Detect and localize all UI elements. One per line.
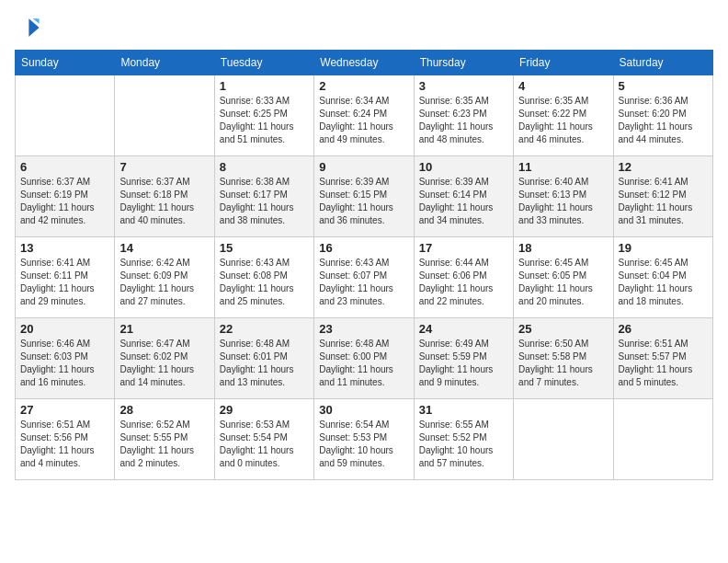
day-cell: 1Sunrise: 6:33 AMSunset: 6:25 PMDaylight… (214, 75, 313, 156)
week-row-2: 6Sunrise: 6:37 AMSunset: 6:19 PMDaylight… (16, 156, 713, 237)
day-cell: 26Sunrise: 6:51 AMSunset: 5:57 PMDayligh… (613, 318, 712, 399)
day-number: 20 (20, 322, 109, 336)
day-cell: 13Sunrise: 6:41 AMSunset: 6:11 PMDayligh… (16, 237, 115, 318)
day-info: Sunrise: 6:36 AMSunset: 6:20 PMDaylight:… (619, 95, 708, 146)
day-info: Sunrise: 6:48 AMSunset: 6:00 PMDaylight:… (319, 338, 408, 389)
day-number: 6 (20, 160, 109, 174)
day-number: 12 (619, 160, 708, 174)
calendar-header-row: SundayMondayTuesdayWednesdayThursdayFrid… (16, 51, 713, 75)
day-info: Sunrise: 6:35 AMSunset: 6:22 PMDaylight:… (518, 95, 608, 146)
column-header-friday: Friday (514, 51, 613, 75)
day-number: 30 (319, 403, 408, 417)
day-number: 8 (220, 160, 309, 174)
day-info: Sunrise: 6:46 AMSunset: 6:03 PMDaylight:… (20, 338, 109, 389)
day-number: 31 (419, 403, 508, 417)
day-info: Sunrise: 6:43 AMSunset: 6:07 PMDaylight:… (319, 257, 408, 308)
day-info: Sunrise: 6:45 AMSunset: 6:05 PMDaylight:… (518, 257, 608, 308)
logo (15, 15, 44, 40)
day-number: 21 (119, 322, 209, 336)
column-header-saturday: Saturday (613, 51, 712, 75)
day-info: Sunrise: 6:35 AMSunset: 6:23 PMDaylight:… (419, 95, 508, 146)
day-number: 17 (419, 241, 508, 255)
day-info: Sunrise: 6:41 AMSunset: 6:12 PMDaylight:… (619, 176, 708, 227)
day-info: Sunrise: 6:39 AMSunset: 6:15 PMDaylight:… (319, 176, 408, 227)
day-info: Sunrise: 6:49 AMSunset: 5:59 PMDaylight:… (419, 338, 508, 389)
day-cell: 10Sunrise: 6:39 AMSunset: 6:14 PMDayligh… (414, 156, 513, 237)
day-cell: 15Sunrise: 6:43 AMSunset: 6:08 PMDayligh… (214, 237, 313, 318)
day-number: 2 (319, 79, 408, 93)
day-number: 3 (419, 79, 508, 93)
day-number: 11 (518, 160, 608, 174)
day-info: Sunrise: 6:47 AMSunset: 6:02 PMDaylight:… (119, 338, 209, 389)
day-cell: 29Sunrise: 6:53 AMSunset: 5:54 PMDayligh… (214, 399, 313, 480)
day-cell: 21Sunrise: 6:47 AMSunset: 6:02 PMDayligh… (115, 318, 214, 399)
day-cell: 8Sunrise: 6:38 AMSunset: 6:17 PMDaylight… (214, 156, 313, 237)
column-header-monday: Monday (115, 51, 214, 75)
day-cell (613, 399, 712, 480)
day-number: 9 (319, 160, 408, 174)
day-number: 25 (518, 322, 608, 336)
day-cell: 18Sunrise: 6:45 AMSunset: 6:05 PMDayligh… (514, 237, 613, 318)
day-info: Sunrise: 6:42 AMSunset: 6:09 PMDaylight:… (119, 257, 209, 308)
day-cell (514, 399, 613, 480)
calendar-table: SundayMondayTuesdayWednesdayThursdayFrid… (15, 50, 713, 480)
day-info: Sunrise: 6:51 AMSunset: 5:56 PMDaylight:… (20, 419, 109, 470)
day-cell: 17Sunrise: 6:44 AMSunset: 6:06 PMDayligh… (414, 237, 513, 318)
day-info: Sunrise: 6:51 AMSunset: 5:57 PMDaylight:… (619, 338, 708, 389)
day-cell: 25Sunrise: 6:50 AMSunset: 5:58 PMDayligh… (514, 318, 613, 399)
week-row-5: 27Sunrise: 6:51 AMSunset: 5:56 PMDayligh… (16, 399, 713, 480)
day-number: 18 (518, 241, 608, 255)
day-info: Sunrise: 6:48 AMSunset: 6:01 PMDaylight:… (220, 338, 309, 389)
day-cell: 24Sunrise: 6:49 AMSunset: 5:59 PMDayligh… (414, 318, 513, 399)
day-number: 1 (220, 79, 309, 93)
day-cell: 27Sunrise: 6:51 AMSunset: 5:56 PMDayligh… (16, 399, 115, 480)
day-info: Sunrise: 6:43 AMSunset: 6:08 PMDaylight:… (220, 257, 309, 308)
day-number: 27 (20, 403, 109, 417)
day-cell: 31Sunrise: 6:55 AMSunset: 5:52 PMDayligh… (414, 399, 513, 480)
day-cell: 16Sunrise: 6:43 AMSunset: 6:07 PMDayligh… (314, 237, 414, 318)
day-info: Sunrise: 6:45 AMSunset: 6:04 PMDaylight:… (619, 257, 708, 308)
day-cell: 20Sunrise: 6:46 AMSunset: 6:03 PMDayligh… (16, 318, 115, 399)
day-number: 7 (119, 160, 209, 174)
page-header (15, 15, 713, 40)
day-info: Sunrise: 6:38 AMSunset: 6:17 PMDaylight:… (220, 176, 309, 227)
day-info: Sunrise: 6:55 AMSunset: 5:52 PMDaylight:… (419, 419, 508, 470)
day-info: Sunrise: 6:34 AMSunset: 6:24 PMDaylight:… (319, 95, 408, 146)
day-info: Sunrise: 6:39 AMSunset: 6:14 PMDaylight:… (419, 176, 508, 227)
day-info: Sunrise: 6:53 AMSunset: 5:54 PMDaylight:… (220, 419, 309, 470)
column-header-thursday: Thursday (414, 51, 513, 75)
week-row-3: 13Sunrise: 6:41 AMSunset: 6:11 PMDayligh… (16, 237, 713, 318)
column-header-wednesday: Wednesday (314, 51, 414, 75)
day-cell (16, 75, 115, 156)
day-number: 28 (119, 403, 209, 417)
day-info: Sunrise: 6:44 AMSunset: 6:06 PMDaylight:… (419, 257, 508, 308)
week-row-4: 20Sunrise: 6:46 AMSunset: 6:03 PMDayligh… (16, 318, 713, 399)
generalblue-logo-icon (15, 15, 40, 40)
day-info: Sunrise: 6:52 AMSunset: 5:55 PMDaylight:… (119, 419, 209, 470)
day-number: 24 (419, 322, 508, 336)
day-cell: 12Sunrise: 6:41 AMSunset: 6:12 PMDayligh… (613, 156, 712, 237)
day-info: Sunrise: 6:54 AMSunset: 5:53 PMDaylight:… (319, 419, 408, 470)
day-number: 14 (119, 241, 209, 255)
day-cell: 7Sunrise: 6:37 AMSunset: 6:18 PMDaylight… (115, 156, 214, 237)
day-info: Sunrise: 6:41 AMSunset: 6:11 PMDaylight:… (20, 257, 109, 308)
day-number: 16 (319, 241, 408, 255)
day-cell: 22Sunrise: 6:48 AMSunset: 6:01 PMDayligh… (214, 318, 313, 399)
day-cell: 30Sunrise: 6:54 AMSunset: 5:53 PMDayligh… (314, 399, 414, 480)
day-number: 13 (20, 241, 109, 255)
day-cell: 6Sunrise: 6:37 AMSunset: 6:19 PMDaylight… (16, 156, 115, 237)
day-number: 4 (518, 79, 608, 93)
day-cell: 2Sunrise: 6:34 AMSunset: 6:24 PMDaylight… (314, 75, 414, 156)
day-cell: 11Sunrise: 6:40 AMSunset: 6:13 PMDayligh… (514, 156, 613, 237)
day-cell: 5Sunrise: 6:36 AMSunset: 6:20 PMDaylight… (613, 75, 712, 156)
day-cell: 9Sunrise: 6:39 AMSunset: 6:15 PMDaylight… (314, 156, 414, 237)
day-cell: 14Sunrise: 6:42 AMSunset: 6:09 PMDayligh… (115, 237, 214, 318)
day-number: 23 (319, 322, 408, 336)
day-cell: 4Sunrise: 6:35 AMSunset: 6:22 PMDaylight… (514, 75, 613, 156)
day-number: 5 (619, 79, 708, 93)
day-number: 26 (619, 322, 708, 336)
column-header-tuesday: Tuesday (214, 51, 313, 75)
day-info: Sunrise: 6:37 AMSunset: 6:18 PMDaylight:… (119, 176, 209, 227)
day-cell: 28Sunrise: 6:52 AMSunset: 5:55 PMDayligh… (115, 399, 214, 480)
week-row-1: 1Sunrise: 6:33 AMSunset: 6:25 PMDaylight… (16, 75, 713, 156)
